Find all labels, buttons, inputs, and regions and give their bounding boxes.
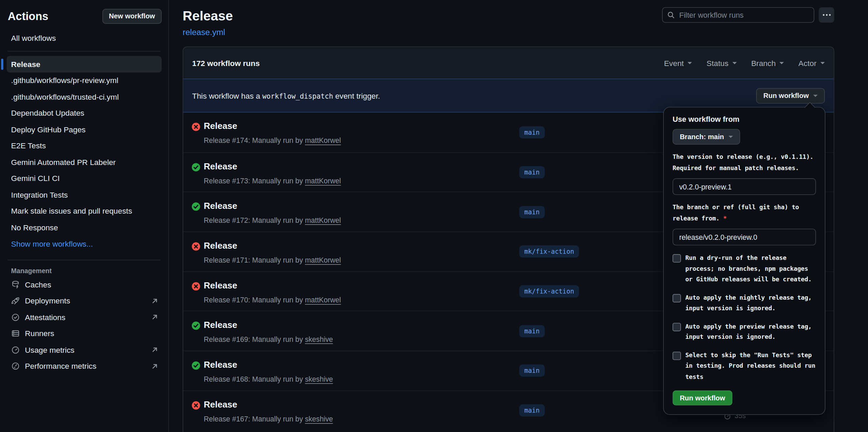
- run-actor-link[interactable]: mattKorwel: [305, 216, 341, 225]
- sidebar: Actions New workflow All workflows Relea…: [0, 0, 169, 432]
- sidebar-item-caches[interactable]: Caches: [7, 276, 162, 293]
- chevron-down-icon: [729, 136, 733, 138]
- run-title-link[interactable]: Release: [204, 320, 237, 330]
- sidebar-item-label: Caches: [25, 280, 51, 289]
- version-input[interactable]: [673, 178, 816, 195]
- sidebar-item-trusted-ci[interactable]: .github/workflows/trusted-ci.yml: [7, 89, 162, 105]
- sidebar-item-all-workflows[interactable]: All workflows: [7, 30, 162, 46]
- run-subtitle: Release #174: Manually run by mattKorwel: [204, 136, 341, 145]
- sidebar-item-gemini-pr-labeler[interactable]: Gemini Automated PR Labeler: [7, 154, 162, 170]
- run-title-link[interactable]: Release: [204, 360, 237, 370]
- branch-filter-dropdown[interactable]: Branch: [751, 59, 784, 67]
- branch-badge[interactable]: main: [519, 325, 544, 337]
- sidebar-item-release[interactable]: Release: [7, 56, 162, 72]
- sidebar-item-attestations[interactable]: Attestations: [7, 309, 162, 326]
- run-actor-link[interactable]: skeshive: [305, 375, 333, 383]
- chevron-down-icon: [780, 62, 784, 64]
- sidebar-item-label: Runners: [25, 329, 54, 338]
- chevron-down-icon: [813, 95, 818, 97]
- branch-badge[interactable]: mk/fix-action: [519, 246, 579, 258]
- external-link-icon: [151, 314, 158, 321]
- branch-badge[interactable]: mk/fix-action: [519, 285, 579, 298]
- run-actor-link[interactable]: skeshive: [305, 415, 333, 423]
- runs-list-header: 172 workflow runs Event Status Branch Ac…: [183, 47, 834, 79]
- run-actor-link[interactable]: mattKorwel: [305, 256, 341, 264]
- sidebar-divider: [8, 260, 160, 261]
- run-title-link[interactable]: Release: [204, 201, 237, 211]
- run-title-link[interactable]: Release: [204, 281, 237, 290]
- show-more-workflows-link[interactable]: Show more workflows...: [7, 236, 162, 252]
- sidebar-item-mark-stale[interactable]: Mark stale issues and pull requests: [7, 203, 162, 219]
- server-icon: [11, 329, 20, 338]
- branch-selector-button[interactable]: Branch: main: [673, 129, 740, 145]
- sidebar-item-performance-metrics[interactable]: Performance metrics: [7, 358, 162, 375]
- cache-database-icon: [11, 280, 20, 289]
- run-actor-link[interactable]: mattKorwel: [305, 136, 341, 145]
- run-subtitle: Release #168: Manually run by skeshive: [204, 375, 333, 383]
- preview-tag-checkbox[interactable]: [673, 322, 681, 331]
- run-actor-link[interactable]: skeshive: [305, 335, 333, 344]
- run-actor-link[interactable]: mattKorwel: [305, 296, 341, 304]
- branch-badge[interactable]: main: [519, 404, 544, 417]
- filter-workflow-runs: [662, 7, 814, 23]
- sidebar-item-integration-tests[interactable]: Integration Tests: [7, 187, 162, 203]
- run-subtitle: Release #172: Manually run by mattKorwel: [204, 216, 341, 225]
- workflow-dispatch-code: workflow_dispatch: [262, 92, 333, 100]
- success-icon: [191, 163, 200, 171]
- workflow-options-kebab-button[interactable]: [819, 7, 834, 23]
- sidebar-item-label: Performance metrics: [25, 362, 96, 371]
- failure-icon: [191, 242, 200, 251]
- run-workflow-dropdown-button[interactable]: Run workflow: [756, 88, 825, 103]
- sidebar-item-deploy-github-pages[interactable]: Deploy GitHub Pages: [7, 121, 162, 138]
- run-title-link[interactable]: Release: [204, 241, 237, 251]
- chevron-down-icon: [820, 62, 825, 64]
- run-workflow-submit-button[interactable]: Run workflow: [673, 391, 732, 405]
- nightly-tag-option: Auto apply the nightly release tag, inpu…: [673, 292, 816, 314]
- checkbox-label: Run a dry-run of the release process; no…: [685, 252, 812, 285]
- external-link-icon: [151, 363, 158, 370]
- new-workflow-button[interactable]: New workflow: [102, 9, 162, 23]
- skip-tests-checkbox[interactable]: [673, 351, 681, 360]
- run-subtitle: Release #173: Manually run by mattKorwel: [204, 177, 341, 185]
- meter-icon: [11, 346, 20, 354]
- branch-badge[interactable]: main: [519, 206, 544, 218]
- runs-filters: Event Status Branch Actor: [664, 59, 825, 67]
- actor-filter-dropdown[interactable]: Actor: [798, 59, 825, 67]
- run-title-link[interactable]: Release: [204, 400, 237, 410]
- workflow-file-link[interactable]: release.yml: [183, 27, 225, 37]
- required-asterisk: *: [723, 215, 727, 222]
- dry-run-checkbox[interactable]: [673, 254, 681, 262]
- sidebar-item-no-response[interactable]: No Response: [7, 219, 162, 236]
- run-title-link[interactable]: Release: [204, 121, 237, 131]
- ref-input[interactable]: [673, 229, 816, 245]
- sidebar-item-gemini-cli-ci[interactable]: Gemini CLI CI: [7, 170, 162, 187]
- search-icon: [667, 11, 675, 19]
- sidebar-item-deployments[interactable]: Deployments: [7, 293, 162, 309]
- sidebar-item-runners[interactable]: Runners: [7, 326, 162, 342]
- preview-tag-option: Auto apply the preview release tag, inpu…: [673, 321, 816, 343]
- checkbox-label: Select to skip the "Run Tests" step in t…: [685, 350, 815, 382]
- branch-badge[interactable]: main: [519, 126, 544, 138]
- event-filter-dropdown[interactable]: Event: [664, 59, 692, 67]
- skip-tests-option: Select to skip the "Run Tests" step in t…: [673, 350, 816, 382]
- nightly-tag-checkbox[interactable]: [673, 294, 681, 302]
- branch-badge[interactable]: main: [519, 365, 544, 377]
- failure-icon: [191, 122, 200, 131]
- sidebar-item-usage-metrics[interactable]: Usage metrics: [7, 342, 162, 358]
- dry-run-option: Run a dry-run of the release process; no…: [673, 252, 816, 285]
- external-link-icon: [151, 346, 158, 353]
- goal-icon: [11, 362, 20, 371]
- run-title-link[interactable]: Release: [204, 162, 237, 171]
- workflow-nav: Release .github/workflows/pr-review.yml …: [7, 56, 162, 252]
- status-filter-dropdown[interactable]: Status: [707, 59, 737, 67]
- failure-icon: [191, 282, 200, 290]
- sidebar-item-label: Usage metrics: [25, 346, 74, 354]
- run-actor-link[interactable]: mattKorwel: [305, 177, 341, 185]
- chevron-down-icon: [688, 62, 692, 64]
- sidebar-item-dependabot-updates[interactable]: Dependabot Updates: [7, 105, 162, 121]
- sidebar-item-e2e-tests[interactable]: E2E Tests: [7, 138, 162, 154]
- branch-badge[interactable]: main: [519, 166, 544, 179]
- filter-workflow-runs-input[interactable]: [662, 7, 814, 23]
- sidebar-item-pr-review[interactable]: .github/workflows/pr-review.yml: [7, 72, 162, 88]
- run-subtitle: Release #169: Manually run by skeshive: [204, 335, 333, 344]
